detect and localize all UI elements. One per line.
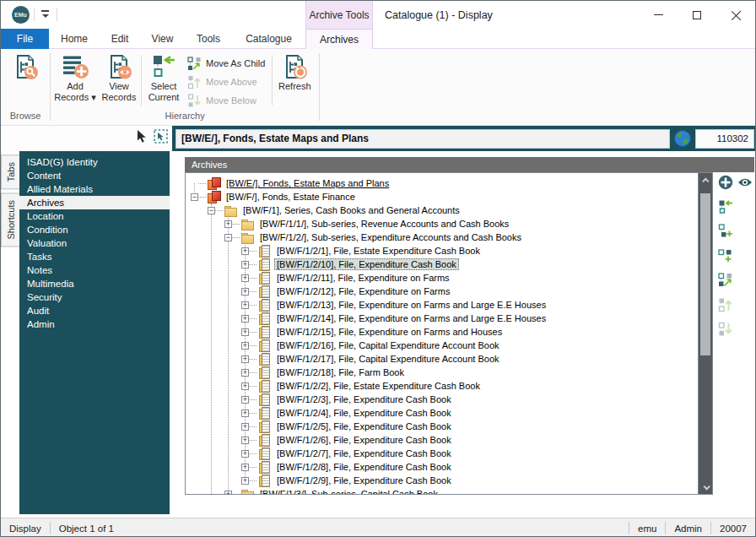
tree-expander[interactable]: + (241, 355, 249, 363)
tree-expander[interactable]: + (241, 423, 249, 431)
tree-expander[interactable]: + (241, 288, 249, 296)
tree-scrollbar[interactable] (698, 173, 712, 494)
sidebar-item-multimedia[interactable]: Multimedia (19, 277, 170, 290)
tree-expander[interactable]: + (224, 491, 232, 495)
tree-expander[interactable]: + (241, 410, 249, 417)
sidebar-item-notes[interactable]: Notes (19, 263, 170, 277)
tree-row[interactable]: +[BW/F/1/2/18], File, Farm Book (186, 366, 698, 379)
tree-row[interactable]: −[BW/F/1/2/], Sub-series, Expenditure Ac… (186, 231, 698, 244)
sidebar-item-content[interactable]: Content (19, 169, 170, 182)
tree-expander[interactable]: + (241, 274, 249, 282)
scroll-down-icon[interactable] (699, 480, 713, 494)
tree-expander[interactable]: + (241, 477, 249, 485)
tree-expander[interactable]: + (241, 382, 249, 390)
tree-row[interactable]: +[BW/F/1/2/11], File, Expenditure on Far… (186, 271, 698, 285)
tree-row[interactable]: +[BW/F/1/2/7], File, Expenditure Cash Bo… (186, 447, 698, 460)
quick-access-dropdown-icon[interactable] (40, 9, 51, 20)
tree-row[interactable]: +[BW/F/1/2/17], File, Capital Expenditur… (186, 352, 698, 366)
add-record-button[interactable] (717, 174, 734, 191)
tree-expander[interactable]: + (241, 328, 249, 336)
tree-row[interactable]: +[BW/F/1/2/1], File, Estate Expenditure … (186, 244, 698, 258)
tab-view[interactable]: View (140, 29, 185, 49)
tree-row[interactable]: +[BW/F/1/2/6], File, Expenditure Cash Bo… (186, 433, 698, 447)
tree-expander[interactable]: + (241, 261, 249, 268)
main-area: TabsShortcuts ISAD(G) IdentityContentAll… (1, 151, 755, 518)
sidebar-item-condition[interactable]: Condition (19, 223, 170, 236)
tree-expander[interactable]: − (208, 207, 215, 214)
record-number-field[interactable]: 110302 (695, 129, 754, 149)
select-mode-cursor-icon[interactable] (154, 129, 168, 144)
tree-row[interactable]: +[BW/F/1/2/14], File, Expenditure on Far… (186, 312, 698, 325)
tree-row[interactable]: +[BW/F/1/2/16], File, Capital Expenditur… (186, 339, 698, 352)
tree-row[interactable]: +[BW/F/1/2/2], File, Estate Expenditure … (186, 379, 698, 393)
sidebar-item-admin[interactable]: Admin (19, 317, 170, 331)
tree-expander[interactable]: − (224, 234, 232, 241)
move-above-button[interactable]: Move Above (186, 73, 272, 91)
add-child-button[interactable] (717, 223, 734, 240)
tree-expander[interactable]: + (241, 247, 249, 255)
sidebar-item-tasks[interactable]: Tasks (19, 250, 170, 263)
move-as-child-button[interactable]: Move As Child (186, 54, 272, 73)
tree-expander[interactable]: + (241, 315, 249, 323)
tree-row[interactable]: [BW/E/], Fonds, Estate Maps and Plans (186, 176, 698, 190)
tree-row[interactable]: +[BW/F/1/2/8], File, Expenditure Cash Bo… (186, 460, 698, 474)
tree-row-label: [BW/F/1/2/4], File, Expenditure Cash Boo… (274, 407, 454, 419)
tree-expander[interactable]: + (241, 464, 249, 471)
view-record-button[interactable] (737, 174, 753, 191)
tree-expander[interactable]: + (241, 342, 249, 350)
side-strip-tab-shortcuts[interactable]: Shortcuts (1, 193, 19, 247)
tab-tools[interactable]: Tools (185, 29, 232, 49)
tree-expander[interactable]: + (241, 369, 249, 377)
add-sibling-button[interactable] (717, 247, 734, 264)
tree-row[interactable]: +[BW/F/1/2/3], File, Expenditure Cash Bo… (186, 393, 698, 406)
maximize-button[interactable] (678, 1, 716, 29)
tree-row[interactable]: +[BW/F/1/2/5], File, Expenditure Cash Bo… (186, 420, 698, 433)
tree-expander[interactable]: − (191, 193, 198, 201)
sidebar-item-valuation[interactable]: Valuation (19, 236, 170, 250)
move-above-button[interactable] (717, 296, 734, 313)
sidebar-item-archives[interactable]: Archives (19, 196, 170, 209)
add-records-button[interactable]: AddRecords ▾ (53, 51, 97, 110)
refresh-button[interactable]: Refresh (273, 51, 316, 110)
tree-row[interactable]: +[BW/F/1/2/15], File, Expenditure on Far… (186, 325, 698, 339)
tree-expander[interactable]: + (241, 450, 249, 458)
tree-expander[interactable]: + (241, 301, 249, 309)
move-as-child-button[interactable] (717, 272, 734, 289)
tab-archives[interactable]: Archives (305, 29, 373, 49)
sidebar-item-security[interactable]: Security (19, 290, 170, 304)
tree-row[interactable]: +[BW/F/1/2/10], File, Expenditure Cash B… (186, 258, 698, 271)
tree-expander[interactable]: + (224, 220, 232, 228)
tree-row[interactable]: +[BW/F/1/2/12], File, Expenditure on Far… (186, 285, 698, 298)
app-logo-icon[interactable]: EMu (12, 6, 30, 24)
tree-row[interactable]: +[BW/F/1/2/13], File, Expenditure on Far… (186, 298, 698, 312)
scroll-up-icon[interactable] (699, 173, 713, 187)
close-button[interactable] (716, 1, 755, 29)
move-below-button[interactable]: Move Below (186, 91, 272, 110)
tree-row[interactable]: −[BW/F/1], Series, Cash Books and Genera… (186, 203, 698, 217)
tree-row[interactable]: +[BW/F/1/2/9], File, Expenditure Cash Bo… (186, 474, 698, 487)
browse-button[interactable] (3, 51, 47, 110)
tree-row[interactable]: +[BW/F/1/3/], Sub-series, Capital Cash B… (186, 487, 698, 494)
select-current-button[interactable]: SelectCurrent (142, 51, 186, 110)
tree-expander[interactable]: + (241, 396, 249, 404)
scrollbar-thumb[interactable] (700, 193, 710, 355)
tree-expander[interactable]: + (241, 437, 249, 444)
side-strip-tab-tabs[interactable]: Tabs (1, 155, 19, 189)
move-below-button[interactable] (717, 321, 734, 338)
select-current-button[interactable] (717, 198, 734, 215)
pointer-cursor-icon[interactable] (136, 129, 148, 144)
sidebar-item-allied-materials[interactable]: Allied Materials (19, 182, 170, 196)
tree-row[interactable]: +[BW/F/1/2/4], File, Expenditure Cash Bo… (186, 406, 698, 420)
view-records-button[interactable]: ViewRecords (97, 51, 141, 110)
sidebar-item-audit[interactable]: Audit (19, 304, 170, 317)
tab-file[interactable]: File (1, 29, 49, 49)
minimize-button[interactable] (639, 1, 678, 29)
tab-home[interactable]: Home (49, 29, 100, 49)
record-summary-field[interactable]: [BW/E/], Fonds, Estate Maps and Plans (176, 129, 670, 149)
tab-catalogue[interactable]: Catalogue (232, 29, 305, 49)
tree-row[interactable]: +[BW/F/1/1/], Sub-series, Revenue Accoun… (186, 217, 698, 231)
tree-row[interactable]: −[BW/F/], Fonds, Estate Finance (186, 190, 698, 203)
tab-edit[interactable]: Edit (100, 29, 140, 49)
sidebar-item-isad-g-identity[interactable]: ISAD(G) Identity (19, 155, 170, 169)
sidebar-item-location[interactable]: Location (19, 209, 170, 223)
